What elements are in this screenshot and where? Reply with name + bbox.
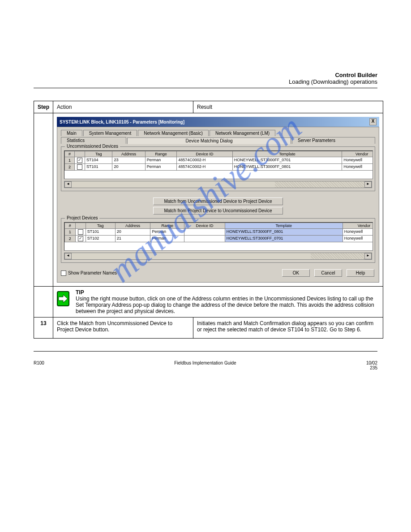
uc-col-chk[interactable] bbox=[75, 151, 85, 157]
uc-row2-tag: ST101 bbox=[85, 164, 112, 171]
help-button[interactable]: Help bbox=[347, 269, 374, 277]
tab-server-params[interactable]: Server Parameters bbox=[292, 137, 375, 144]
scroll-left-icon[interactable]: ◄ bbox=[64, 181, 72, 188]
cancel-button[interactable]: Cancel bbox=[314, 269, 342, 277]
uncommissioned-grid: # Tag Address Range Device ID Template V… bbox=[64, 151, 373, 171]
table-row[interactable]: 1 ✓ ST104 23 Perman 48574C0002-H HONEYWE… bbox=[65, 157, 373, 164]
pd-row1-dev bbox=[184, 229, 225, 236]
step-13-action: Click the Match from Uncommissioned Devi… bbox=[53, 317, 193, 339]
uc-row1-num: 1 bbox=[65, 157, 75, 164]
table-row[interactable]: 2 ✓ ST102 21 Perman HONEYWELL:ST3000FF_0… bbox=[65, 236, 373, 242]
uc-col-num[interactable]: # bbox=[65, 151, 75, 157]
header-subsection: Loading (Downloading) operations bbox=[289, 78, 377, 85]
uc-col-addr[interactable]: Address bbox=[112, 151, 145, 157]
tab-device-matching[interactable]: Device Matching Dialog bbox=[127, 137, 291, 144]
page-header: Control Builder Loading (Downloading) op… bbox=[34, 72, 377, 85]
scroll-thumb[interactable] bbox=[275, 181, 364, 188]
uc-hscroll[interactable]: ◄ ► bbox=[64, 181, 372, 188]
pd-col-tag[interactable]: Tag bbox=[86, 223, 115, 229]
scroll-right-icon[interactable]: ► bbox=[364, 181, 372, 188]
tip-title: TIP bbox=[76, 289, 84, 296]
scroll-thumb[interactable] bbox=[311, 253, 364, 259]
tab-net-mgmt-basic[interactable]: Network Management (Basic) bbox=[138, 130, 209, 136]
uc-row1-tmpl: HONEYWELL:ST3000FF_0701 bbox=[232, 157, 342, 164]
footer-right-date: 10/02 bbox=[366, 360, 377, 365]
col-action-header: Action bbox=[53, 101, 193, 113]
procedure-table: Step Action Result SYSTEM:LINK Block, LI… bbox=[34, 101, 383, 339]
dialog-body: Main System Management Network Managemen… bbox=[57, 127, 379, 283]
show-param-checkbox[interactable] bbox=[61, 270, 66, 276]
close-icon[interactable]: X bbox=[369, 118, 377, 125]
tab-net-mgmt-lm[interactable]: Network Management (LM) bbox=[210, 130, 275, 136]
uc-col-devid[interactable]: Device ID bbox=[177, 151, 233, 157]
footer-right-page: 235 bbox=[370, 365, 377, 370]
project-grid-scroll[interactable]: # Tag Address Range Device ID Template V… bbox=[64, 222, 373, 251]
table-row[interactable]: 2 ST101 20 Perman 48574C0002-H HONEYWELL… bbox=[65, 164, 373, 171]
tab-sys-mgmt[interactable]: System Management bbox=[83, 130, 137, 136]
pd-col-chk[interactable] bbox=[75, 223, 86, 229]
tip-cell: TIP Using the right mouse button, click … bbox=[53, 287, 383, 317]
pd-row1-checkbox[interactable] bbox=[75, 229, 86, 236]
screenshot-cell: SYSTEM:LINK Block, LINK10105 - Parameter… bbox=[53, 113, 383, 287]
step-13-num: 13 bbox=[34, 317, 53, 339]
footer-left: R100 bbox=[34, 360, 44, 370]
pd-row2-range: Perman bbox=[150, 236, 184, 242]
uc-col-template[interactable]: Template bbox=[232, 151, 342, 157]
pd-row1-num: 1 bbox=[65, 229, 76, 236]
show-param-label: Show Parameter Names bbox=[68, 270, 117, 275]
project-legend: Project Devices bbox=[65, 215, 99, 220]
footer-center: Fieldbus Implementation Guide bbox=[174, 360, 236, 370]
project-grid: # Tag Address Range Device ID Template V… bbox=[64, 223, 373, 242]
uc-row2-num: 2 bbox=[65, 164, 75, 171]
pd-col-template[interactable]: Template bbox=[225, 223, 342, 229]
match-project-to-uncomm-button[interactable]: Match from Project Device to Uncommissio… bbox=[153, 207, 283, 215]
pd-row2-addr: 21 bbox=[115, 236, 150, 242]
page-footer: R100 Fieldbus Implementation Guide 10/02… bbox=[34, 360, 377, 370]
uc-row2-addr: 20 bbox=[112, 164, 145, 171]
uc-row1-checkbox[interactable]: ✓ bbox=[75, 157, 85, 164]
pd-row2-num: 2 bbox=[65, 236, 76, 242]
pd-row1-tmpl: HONEYWELL:ST3000FF_0801 bbox=[225, 229, 342, 236]
uc-row1-range: Perman bbox=[145, 157, 177, 164]
screenshot-step-cell bbox=[34, 113, 53, 287]
dialog-titlebar[interactable]: SYSTEM:LINK Block, LINK10105 - Parameter… bbox=[57, 117, 379, 127]
pd-row2-dev bbox=[184, 236, 225, 242]
scroll-left-icon[interactable]: ◄ bbox=[64, 253, 72, 259]
pd-row2-tmpl: HONEYWELL:ST3000FF_0701 bbox=[225, 236, 342, 242]
dialog-title: SYSTEM:LINK Block, LINK10105 - Parameter… bbox=[60, 120, 184, 124]
match-buttons: Match from Uncommissioned Device to Proj… bbox=[61, 197, 375, 215]
project-fieldset: Project Devices # Tag Address R bbox=[61, 218, 375, 263]
pd-col-vendor[interactable]: Vendor bbox=[342, 223, 373, 229]
uc-row2-checkbox[interactable] bbox=[75, 164, 85, 171]
uncommissioned-grid-scroll[interactable]: # Tag Address Range Device ID Template V… bbox=[64, 150, 373, 179]
header-section: Control Builder bbox=[335, 72, 377, 78]
footer-divider bbox=[34, 351, 377, 352]
dialog-bottom: Show Parameter Names OK Cancel Help bbox=[61, 268, 375, 278]
tab-statistics[interactable]: Statistics bbox=[61, 137, 126, 144]
uc-row1-dev: 48574C0002-H bbox=[177, 157, 233, 164]
pd-row1-vendor: Honeywell bbox=[342, 229, 373, 236]
table-row[interactable]: 1 ST101 20 Perman HONEYWELL:ST3000FF_080… bbox=[65, 229, 373, 236]
pd-col-num[interactable]: # bbox=[65, 223, 76, 229]
match-uncomm-to-project-button[interactable]: Match from Uncommissioned Device to Proj… bbox=[153, 197, 283, 205]
uc-row1-tag: ST104 bbox=[85, 157, 112, 164]
pd-col-range[interactable]: Range bbox=[150, 223, 184, 229]
uc-col-range[interactable]: Range bbox=[145, 151, 177, 157]
uc-col-tag[interactable]: Tag bbox=[85, 151, 112, 157]
ok-button[interactable]: OK bbox=[282, 269, 310, 277]
uc-row2-dev: 48574C0002-H bbox=[177, 164, 233, 171]
tab-main[interactable]: Main bbox=[61, 130, 82, 136]
pd-col-devid[interactable]: Device ID bbox=[184, 223, 225, 229]
pd-row1-addr: 20 bbox=[115, 229, 150, 236]
scroll-right-icon[interactable]: ► bbox=[364, 253, 372, 259]
tabs-row-2: Statistics Device Matching Dialog Server… bbox=[61, 137, 375, 144]
header-divider bbox=[34, 88, 377, 88]
uncommissioned-legend: Uncommissioned Devices bbox=[65, 144, 120, 149]
pd-col-addr[interactable]: Address bbox=[115, 223, 150, 229]
tabs-row-1: Main System Management Network Managemen… bbox=[61, 130, 375, 136]
uc-row1-addr: 23 bbox=[112, 157, 145, 164]
pd-hscroll[interactable]: ◄ ► bbox=[64, 253, 372, 260]
pd-row2-checkbox[interactable]: ✓ bbox=[75, 236, 86, 242]
uncommissioned-fieldset: Uncommissioned Devices # Tag Address bbox=[61, 146, 375, 191]
uc-col-vendor[interactable]: Vendor bbox=[342, 151, 373, 157]
